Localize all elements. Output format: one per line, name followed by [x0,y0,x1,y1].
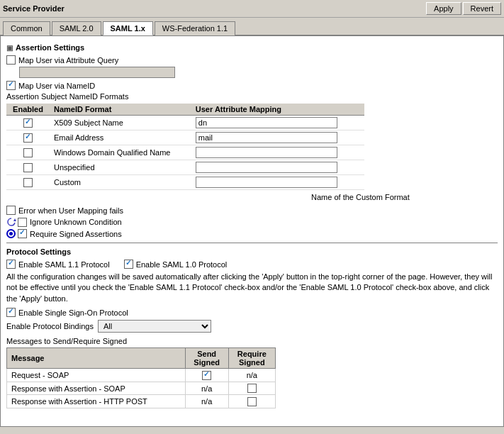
collapse-icon[interactable]: ▣ [6,44,13,52]
nameid-windows-label: Windows Domain Qualified Name [50,145,191,160]
require-signed-checkbox[interactable] [18,229,27,238]
protocol-enable-row: Enable SAML 1.1 Protocol Enable SAML 1.0… [6,260,498,269]
nameid-x509-mapping[interactable] [196,117,337,128]
nameid-windows-checkbox[interactable] [23,148,33,157]
msg-row-response-http: Response with Assertion - HTTP POST n/a [7,395,276,408]
enable-saml11-checkbox[interactable] [6,260,16,269]
msg-response-http-require-checkbox[interactable] [247,397,257,406]
title-bar-buttons: Apply Revert [426,2,501,15]
title-bar: Service Provider Apply Revert [0,0,504,18]
custom-format-label: Name of the Custom Format [311,193,410,201]
tab-saml20[interactable]: SAML 2.0 [52,21,101,35]
msg-response-soap-label: Response with Assertion - SOAP [7,382,186,395]
msg-soap-request-require-na: n/a [247,371,257,379]
messages-label: Messages to Send/Require Signed [6,337,498,345]
col-require-signed: RequireSigned [228,348,275,369]
messages-section: Messages to Send/Require Signed Message … [6,337,498,408]
error-mapping-checkbox[interactable] [6,206,16,215]
col-user-attr-mapping: User Attribute Mapping [191,104,364,116]
nameid-row-custom: Custom [6,175,364,190]
nameid-email-mapping[interactable] [196,132,337,143]
msg-soap-request-send-checkbox[interactable] [202,371,211,380]
map-user-nameid-label: Map User via NameID [18,82,95,90]
col-nameid-format: NameID Format [50,104,191,116]
require-signed-radio[interactable] [6,229,16,238]
enable-sso-label: Enable Single Sign-On Protocol [18,308,128,317]
enable-saml10-checkbox[interactable] [124,260,133,269]
revert-button[interactable]: Revert [463,2,501,15]
protocol-settings-header: Protocol Settings [6,247,498,256]
msg-response-http-send-na: n/a [201,397,212,406]
enable-saml10-label: Enable SAML 1.0 Protocol [136,260,228,269]
attribute-query-input[interactable] [19,67,175,78]
msg-row-response-soap: Response with Assertion - SOAP n/a [7,382,276,395]
nameid-custom-label: Custom [50,175,191,190]
protocol-bindings-row: Enable Protocol Bindings All HTTP POST H… [6,320,498,333]
nameid-unspecified-label: Unspecified [50,160,191,175]
nameid-x509-label: X509 Subject Name [50,116,191,130]
protocol-settings-title: Protocol Settings [6,247,71,256]
tab-common[interactable]: Common [3,21,50,35]
msg-response-soap-send-na: n/a [201,384,212,393]
nameid-row-x509: X509 Subject Name [6,116,364,130]
attribute-query-input-row [19,67,498,78]
refresh-icon [6,217,16,227]
tab-saml1x[interactable]: SAML 1.x [103,21,153,35]
enable-saml11-label: Enable SAML 1.1 Protocol [18,260,110,269]
nameid-windows-mapping[interactable] [196,147,337,158]
col-enabled: Enabled [6,104,50,116]
map-user-attribute-query-label: Map User via Attribute Query [18,56,118,65]
protocol-bindings-label: Enable Protocol Bindings [6,322,94,330]
nameid-row-unspecified: Unspecified [6,160,364,175]
nameid-row-email: Email Address [6,130,364,145]
main-content: ▣ Assertion Settings Map User via Attrib… [0,35,504,427]
nameid-custom-checkbox[interactable] [23,178,33,187]
nameid-unspecified-checkbox[interactable] [23,163,33,172]
ignore-unknown-checkbox[interactable] [18,218,27,227]
require-signed-label: Require Signed Assertions [30,230,122,238]
nameid-x509-checkbox[interactable] [23,118,33,128]
custom-format-note-row: Name of the Custom Format [311,193,498,201]
msg-row-soap-request: Request - SOAP n/a [7,369,276,382]
apply-button[interactable]: Apply [426,2,461,15]
page-title: Service Provider [3,4,65,13]
error-mapping-row: Error when User Mapping fails Ignore Unk… [6,206,498,238]
col-message: Message [7,348,186,369]
nameid-email-checkbox[interactable] [23,133,33,143]
ignore-unknown-label: Ignore Unknown Condition [30,218,122,226]
svg-marker-0 [13,218,16,221]
msg-soap-request-label: Request - SOAP [7,369,186,382]
nameid-email-label: Email Address [50,130,191,145]
assertion-settings-title: Assertion Settings [16,43,84,52]
nameid-custom-mapping[interactable] [196,177,337,188]
messages-table: Message SendSigned RequireSigned Request… [6,347,276,408]
nameid-section-label: Assertion Subject NameID Formats [6,92,498,101]
nameid-table: Enabled NameID Format User Attribute Map… [6,104,364,190]
section-divider [6,243,498,243]
map-user-attribute-query-checkbox[interactable] [6,55,16,65]
map-user-nameid-row: Map User via NameID [6,81,498,90]
enable-sso-row: Enable Single Sign-On Protocol [6,308,498,317]
nameid-unspecified-mapping[interactable] [196,162,337,173]
assertion-settings-header: ▣ Assertion Settings [6,43,498,52]
map-user-attribute-query-row: Map User via Attribute Query [6,55,498,65]
enable-sso-checkbox[interactable] [6,308,16,317]
nameid-row-windows: Windows Domain Qualified Name [6,145,364,160]
msg-response-http-label: Response with Assertion - HTTP POST [7,395,186,408]
protocol-bindings-select[interactable]: All HTTP POST HTTP Redirect SOAP [98,320,211,333]
map-user-nameid-checkbox[interactable] [6,81,16,90]
error-mapping-label: Error when User Mapping fails [18,206,123,215]
protocol-note: All the configuration changes will be sa… [6,272,498,304]
msg-response-soap-require-checkbox[interactable] [247,384,257,393]
tab-bar: Common SAML 2.0 SAML 1.x WS-Federation 1… [0,18,504,35]
col-send-signed: SendSigned [185,348,228,369]
tab-wsfed[interactable]: WS-Federation 1.1 [155,21,235,35]
